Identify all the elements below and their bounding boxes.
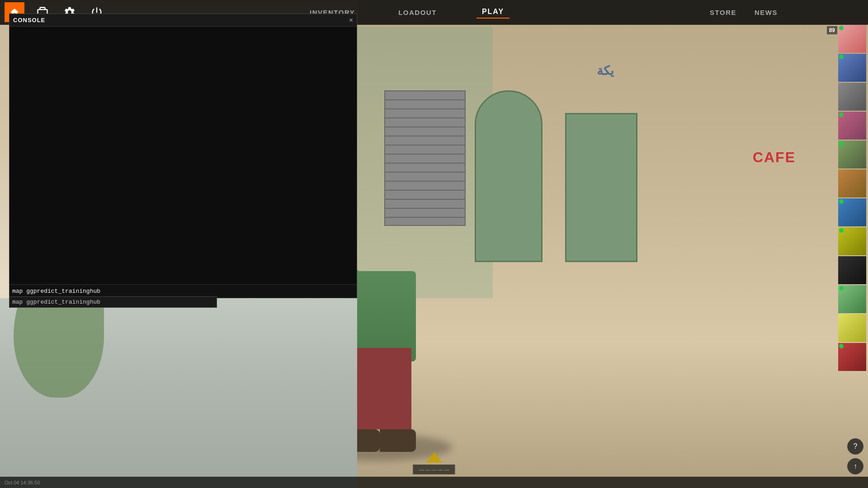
right-player-panel [832,25,868,377]
online-indicator [839,26,844,30]
bottom-right-icons: ? ↑ [847,438,863,474]
console-window: CONSOLE × [9,14,357,298]
avatar-4[interactable] [838,112,866,140]
bg-cafe-sign: CAFE [753,149,796,166]
nav-loadout[interactable]: LOADOUT [395,7,440,18]
foreground [0,298,357,488]
console-close-button[interactable]: × [349,17,353,24]
avatar-8[interactable] [838,227,866,255]
online-indicator [839,113,844,117]
hud-text: — — — — — [419,467,449,472]
console-input-area [9,284,357,298]
hud-arrow-icon [426,452,442,463]
online-indicator [839,228,844,233]
nav-right-section: STORE NEWS [710,9,868,16]
hud-panel: — — — — — [413,465,455,474]
avatar-7[interactable] [838,198,866,226]
avatar-3[interactable] [838,83,866,111]
nav-play[interactable]: PLAY [476,6,509,19]
console-titlebar: CONSOLE × [9,14,357,27]
avatar-5[interactable] [838,141,866,169]
online-indicator [839,55,844,59]
avatar-9[interactable] [838,256,866,284]
hud-center: — — — — — [413,452,455,474]
avatar-2[interactable] [838,54,866,82]
avatar-12[interactable] [838,343,866,371]
avatar-1[interactable] [838,25,866,53]
nav-store[interactable]: STORE [710,9,736,16]
console-output[interactable] [9,27,357,284]
status-bar: Oct 04 14:36:50 [0,477,868,488]
help-button[interactable]: ? [847,438,863,455]
avatar-6[interactable] [838,169,866,197]
online-indicator [839,199,844,204]
console-autocomplete: map ggpredict_traininghub [9,296,217,308]
player-count: 89 [827,26,837,34]
question-icon: ? [854,442,858,450]
bg-door-1 [475,90,542,262]
autocomplete-item[interactable]: map ggpredict_traininghub [12,298,214,306]
console-input[interactable] [12,288,354,295]
avatar-11[interactable] [838,314,866,342]
status-text: Oct 04 14:36:50 [5,480,40,485]
bg-door-2 [565,113,637,262]
console-title: CONSOLE [13,17,45,23]
bg-arabic-sign: يكة [597,63,614,78]
nav-news[interactable]: NEWS [755,9,778,16]
arrow-up-icon: ↑ [854,462,857,470]
online-indicator [839,286,844,291]
avatar-10[interactable] [838,285,866,313]
online-indicator [839,344,844,348]
scroll-up-button[interactable]: ↑ [847,458,863,474]
online-indicator [839,141,844,146]
